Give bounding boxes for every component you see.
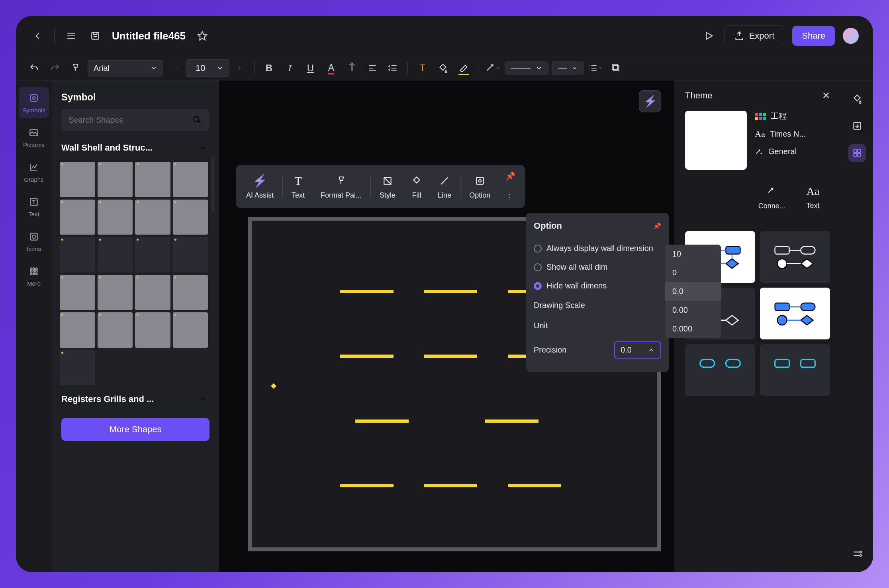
theme-text-button[interactable]: AaText bbox=[807, 185, 820, 210]
shape-item[interactable] bbox=[98, 237, 133, 272]
search-input[interactable] bbox=[69, 116, 192, 125]
ft-style[interactable]: Style bbox=[372, 170, 403, 204]
dd-item-0.00[interactable]: 0.00 bbox=[665, 301, 721, 319]
close-button[interactable]: ✕ bbox=[822, 90, 830, 101]
shape-item[interactable] bbox=[98, 312, 133, 348]
shape-item[interactable] bbox=[135, 237, 170, 272]
shape-item[interactable] bbox=[60, 200, 95, 235]
ft-text[interactable]: TText bbox=[284, 170, 312, 204]
text-effects-button[interactable]: T̂ bbox=[343, 59, 360, 77]
option-hide-dimension[interactable]: Hide wall dimens bbox=[534, 276, 661, 295]
option-popup-title: Option bbox=[534, 221, 562, 231]
shape-item[interactable] bbox=[173, 237, 208, 272]
document-title[interactable]: Untitled file465 bbox=[112, 30, 186, 42]
shape-item[interactable] bbox=[173, 275, 208, 310]
dd-item-0.0[interactable]: 0.0 bbox=[665, 282, 721, 301]
rr-import-button[interactable] bbox=[848, 117, 866, 135]
export-button[interactable]: Export bbox=[724, 25, 785, 46]
font-select[interactable]: Arial bbox=[88, 60, 163, 76]
back-button[interactable] bbox=[30, 29, 45, 43]
search-shapes[interactable] bbox=[61, 109, 210, 131]
ft-option[interactable]: Option bbox=[462, 170, 497, 204]
menu-button[interactable] bbox=[64, 29, 78, 43]
format-painter-button[interactable] bbox=[67, 59, 84, 77]
rail-item-pictures[interactable]: Pictures bbox=[19, 122, 49, 153]
style-card[interactable] bbox=[760, 231, 830, 283]
line-spacing-button[interactable] bbox=[384, 59, 402, 77]
list-button[interactable] bbox=[587, 59, 604, 77]
highlight-button[interactable] bbox=[455, 59, 472, 77]
rail-item-more[interactable]: More bbox=[19, 260, 49, 292]
bold-button[interactable]: B bbox=[260, 59, 278, 77]
scrollbar[interactable] bbox=[211, 157, 214, 213]
ai-assist-badge[interactable]: ⚡ bbox=[639, 90, 661, 112]
svg-rect-20 bbox=[476, 177, 483, 184]
style-card[interactable] bbox=[685, 344, 755, 396]
avatar[interactable] bbox=[843, 28, 859, 44]
shape-item[interactable] bbox=[135, 162, 170, 197]
shape-item[interactable] bbox=[173, 162, 208, 197]
rr-fill-button[interactable] bbox=[848, 90, 866, 108]
dd-item-10[interactable]: 10 bbox=[665, 245, 721, 263]
shape-item[interactable] bbox=[173, 200, 208, 235]
category-registers[interactable]: Registers Grills and ... bbox=[57, 388, 211, 410]
redo-button[interactable] bbox=[46, 59, 64, 77]
align-button[interactable] bbox=[364, 59, 381, 77]
shape-item[interactable] bbox=[60, 237, 95, 272]
share-button[interactable]: Share bbox=[792, 26, 835, 46]
shape-item[interactable] bbox=[135, 275, 170, 310]
shape-item[interactable] bbox=[60, 350, 95, 386]
font-size-increase[interactable]: + bbox=[231, 59, 249, 77]
rail-item-icons[interactable]: Icons bbox=[19, 225, 49, 257]
shape-item[interactable] bbox=[135, 200, 170, 235]
shape-item[interactable] bbox=[98, 200, 133, 235]
theme-panel-title: Theme bbox=[685, 90, 712, 101]
ft-line[interactable]: Line bbox=[431, 170, 458, 204]
rr-settings-button[interactable] bbox=[848, 545, 866, 563]
shape-item[interactable] bbox=[60, 312, 95, 348]
ft-fill[interactable]: Fill bbox=[404, 170, 429, 204]
layers-button[interactable] bbox=[607, 59, 625, 77]
line-weight-select[interactable] bbox=[552, 61, 584, 75]
text-tool-button[interactable]: T bbox=[413, 59, 431, 77]
shape-item[interactable] bbox=[60, 162, 95, 197]
rail-item-text[interactable]: Text bbox=[19, 191, 49, 222]
line-style-select[interactable] bbox=[505, 61, 548, 75]
font-color-button[interactable]: A bbox=[322, 59, 340, 77]
favorite-button[interactable] bbox=[195, 29, 210, 43]
option-show-all[interactable]: Show all wall dim bbox=[534, 258, 661, 276]
play-button[interactable] bbox=[702, 29, 716, 43]
option-always-display[interactable]: Always display wall dimension bbox=[534, 239, 661, 258]
style-card[interactable] bbox=[760, 344, 830, 396]
underline-button[interactable]: U bbox=[302, 59, 319, 77]
ft-ai-assist[interactable]: ⚡AI Assist bbox=[239, 170, 281, 204]
connector-button[interactable] bbox=[484, 59, 501, 77]
undo-button[interactable] bbox=[25, 59, 43, 77]
shape-item[interactable] bbox=[173, 312, 208, 348]
font-size-decrease[interactable]: − bbox=[166, 59, 184, 77]
style-card[interactable] bbox=[760, 288, 830, 339]
fill-button[interactable] bbox=[434, 59, 452, 77]
shape-item[interactable] bbox=[135, 312, 170, 348]
save-icon[interactable] bbox=[88, 29, 102, 43]
ft-format-painter[interactable]: Format Pai... bbox=[313, 170, 369, 204]
category-wall-shell[interactable]: Wall Shell and Struc... bbox=[57, 137, 211, 159]
shape-item[interactable] bbox=[98, 275, 133, 310]
precision-select[interactable]: 0.0 bbox=[614, 341, 661, 359]
shape-item[interactable] bbox=[60, 275, 95, 310]
dd-item-0[interactable]: 0 bbox=[665, 263, 721, 282]
font-size-select[interactable]: 10 bbox=[186, 59, 229, 77]
italic-button[interactable]: I bbox=[281, 59, 298, 77]
pin-icon[interactable]: 📌 bbox=[502, 168, 519, 184]
more-icon[interactable]: ⋮ bbox=[502, 189, 519, 205]
rr-grid-button[interactable] bbox=[848, 144, 866, 162]
svg-rect-30 bbox=[801, 303, 815, 311]
rail-item-graphs[interactable]: Graphs bbox=[19, 156, 49, 188]
more-shapes-button[interactable]: More Shapes bbox=[61, 418, 210, 441]
pin-icon[interactable]: 📌 bbox=[653, 222, 661, 230]
dd-item-0.000[interactable]: 0.000 bbox=[665, 319, 721, 338]
theme-preview[interactable] bbox=[685, 111, 747, 170]
theme-connector-button[interactable]: Conne... bbox=[758, 185, 785, 210]
shape-item[interactable] bbox=[98, 162, 133, 197]
rail-item-symbols[interactable]: Symbols bbox=[19, 87, 49, 118]
